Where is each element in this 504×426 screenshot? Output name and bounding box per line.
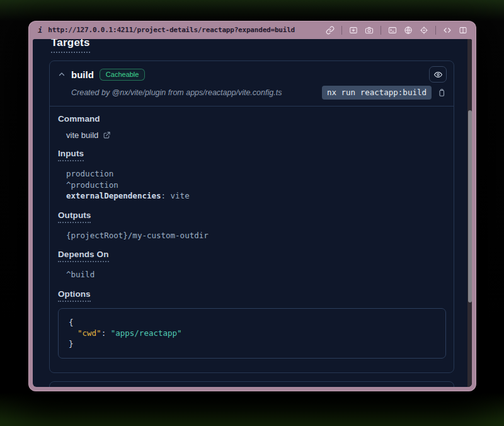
options-code-block: {"cwd": "apps/reactapp"} (58, 308, 446, 359)
eye-icon (433, 70, 443, 79)
copy-icon[interactable] (437, 88, 446, 97)
split-view-icon[interactable] (459, 26, 467, 35)
created-by-text: Created by @nx/vite/plugin from apps/rea… (71, 88, 282, 97)
outputs-heading: Outputs (58, 210, 91, 223)
inputs-section: Inputs production ^production externalDe… (58, 149, 446, 202)
input-item: production (66, 168, 446, 180)
scrollbar-thumb[interactable] (468, 110, 472, 302)
info-icon: i (38, 26, 42, 35)
options-heading: Options (58, 289, 91, 302)
build-card-body: Command vite build Inputs production (50, 106, 454, 372)
options-section: Options {"cwd": "apps/reactapp"} (58, 289, 446, 359)
target-card-build: build Cacheable Created by @nx/vite/plug… (49, 60, 454, 373)
chevron-up-icon (58, 71, 66, 78)
url-field[interactable]: http://127.0.0.1:4211/project-details/re… (48, 26, 295, 34)
camera-icon[interactable] (365, 26, 374, 35)
scrollbar-track[interactable] (467, 39, 472, 387)
external-link-icon[interactable] (103, 131, 111, 139)
link-icon[interactable] (326, 26, 335, 35)
page-viewport: Targets build Cacheable (33, 39, 472, 387)
build-header-row[interactable]: build Cacheable (58, 67, 446, 82)
command-heading: Command (58, 114, 100, 124)
terminal-icon[interactable] (388, 26, 397, 35)
toolbar-divider (381, 26, 381, 35)
browser-toolbar: i http://127.0.0.1:4211/project-details/… (28, 21, 476, 39)
serve-header-row[interactable]: serve vite serve (50, 382, 454, 388)
toolbar-divider (341, 26, 342, 35)
input-item: externalDependencies: vite (66, 190, 446, 202)
build-header-subrow: Created by @nx/vite/plugin from apps/rea… (58, 86, 446, 100)
toolbar-divider (435, 26, 436, 35)
command-section: Command vite build (58, 114, 446, 140)
target-card-serve: serve vite serve (49, 381, 454, 388)
browser-window: i http://127.0.0.1:4211/project-details/… (28, 21, 476, 391)
targets-heading: Targets (51, 39, 90, 53)
build-card-header: build Cacheable Created by @nx/vite/plug… (50, 61, 454, 106)
save-icon[interactable] (349, 26, 358, 35)
target-icon[interactable] (420, 26, 428, 35)
output-item: {projectRoot}/my-custom-outdir (66, 230, 446, 241)
depends-on-section: Depends On ^build (58, 250, 446, 280)
outputs-section: Outputs {projectRoot}/my-custom-outdir (58, 210, 446, 241)
cacheable-badge: Cacheable (100, 69, 146, 81)
input-item: ^production (66, 180, 446, 191)
inputs-heading: Inputs (58, 149, 84, 161)
code-icon[interactable] (443, 26, 452, 35)
depends-on-item: ^build (66, 269, 446, 280)
command-value: vite build (66, 130, 98, 140)
toolbar-icon-group (326, 26, 467, 35)
view-graph-button[interactable] (429, 66, 447, 83)
target-name: build (71, 69, 94, 80)
run-command-chip: nx run reactapp:build (322, 86, 432, 100)
depends-on-heading: Depends On (58, 250, 109, 262)
project-details-page: Targets build Cacheable (33, 39, 467, 387)
globe-icon[interactable] (404, 26, 413, 35)
